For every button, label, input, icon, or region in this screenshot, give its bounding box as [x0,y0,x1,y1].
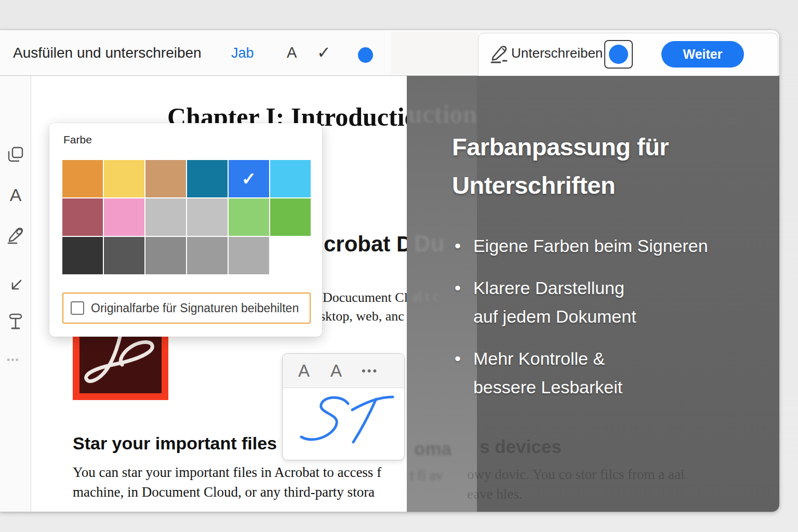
toolbar-mid-shade [391,32,478,74]
screen: Chapter I: Introduction crobat D Docucum… [0,0,798,532]
bullet-dot: • [455,344,461,402]
color-panel-title: Farbe [63,134,92,146]
color-swatch[interactable] [145,237,186,274]
star-files-body-line: machine, in Document Cloud, or any third… [73,484,375,500]
keep-original-color-label: Originalfarbe für Signaturen beibehilten [91,301,299,315]
sign-tool-button[interactable] [7,226,24,246]
bullet-text: Eigene Farben beim Signeren [473,232,708,260]
overlay-bullet: •Eigene Farben beim Signeren [455,232,756,260]
pages-tool-button[interactable] [7,146,24,166]
bullet-dot: • [455,274,461,331]
ghost-text: eave hles. [467,486,522,502]
signature-popup-toolbar: A A ••• [283,354,404,388]
sign-button-icon-wrap[interactable] [489,44,509,66]
ghost-text: owy dovic. You co stor filcs from a aai [467,467,684,483]
tutorial-overlay: uctionDual t comas devicesowy dovic. You… [407,76,779,512]
top-toolbar: Ausfüilen und unterschreiben Jab A ✓ Unt… [0,30,779,76]
font-size-large-button[interactable]: A [330,361,342,381]
overlay-heading-line: Unterschriften [452,166,669,205]
signature-popup: A A ••• [282,353,405,460]
current-color-dot [609,45,628,64]
pen-icon [489,44,509,64]
color-swatch[interactable] [270,198,311,236]
arrow-down-left-icon [7,277,24,295]
overlay-heading-line: Farbanpassung für [452,128,669,166]
font-size-small-button[interactable]: A [298,361,310,381]
overlay-heading: Farbanpassung für Unterschriften [452,128,669,205]
keep-original-color-option[interactable]: Originalfarbe für Signaturen beibehilten [62,292,311,324]
text-tool-icon: A [10,185,22,205]
star-files-heading: Star your important files [73,433,277,454]
bullet-text: Klarere Darstellungauf jedem Dokument [473,274,636,331]
text-size-button[interactable]: A [287,30,297,76]
more-tools-button[interactable]: ••• [7,355,24,375]
share-tool-button[interactable] [7,277,24,297]
color-swatch[interactable] [62,237,103,274]
ghost-text: oma [414,438,451,459]
more-options-icon[interactable]: ••• [362,364,378,378]
color-swatch[interactable] [187,160,228,197]
checkmark-tool-button[interactable]: ✓ [317,30,331,76]
color-swatch[interactable] [145,198,186,236]
signature-color-swatch-button[interactable] [604,40,633,69]
acrobat-window: Chapter I: Introduction crobat D Docucum… [0,30,779,512]
overlay-bullets: •Eigene Farben beim Signeren•Klarere Dar… [455,232,756,415]
overlay-bullet: •Klarere Darstellungauf jedem Dokument [455,274,756,331]
text-cursor-icon [7,312,24,331]
color-swatch[interactable] [229,237,269,274]
color-swatch[interactable] [187,198,228,236]
text-cursor-tool-button[interactable] [7,312,24,332]
color-swatch[interactable] [104,198,144,236]
document-subheading-fragment: crobat D [324,232,407,257]
color-swatch[interactable] [187,237,228,274]
color-swatch[interactable] [62,160,103,197]
color-swatch[interactable] [104,160,144,197]
ghost-text: uction [408,99,477,129]
color-picker-panel: Farbe ✓ Originalfarbe für Signaturen bei… [49,123,322,337]
color-swatch[interactable] [229,198,269,236]
bullet-dot: • [455,232,461,260]
weiter-button[interactable]: Weiter [661,41,744,68]
text-tool-button[interactable]: A [7,185,24,205]
color-swatch[interactable] [62,198,103,236]
signature-canvas[interactable] [283,388,404,460]
keep-original-color-checkbox[interactable] [71,301,84,315]
document-body-fragment: sktop, web, anc [320,309,404,324]
signature-strokes [290,389,399,457]
unterschreiben-button[interactable]: Unterschreiben [511,30,603,76]
ghost-text: s devices [480,436,562,457]
ghost-text: t fi av [410,468,443,484]
ghost-text: al t c [412,289,439,305]
color-swatch[interactable] [104,237,144,274]
mode-title: Ausfüilen und unterschreiben [13,30,202,76]
add-text-style-button[interactable]: Jab [231,30,254,76]
tools-sidebar: A ••• [0,76,31,512]
color-swatch[interactable] [145,160,186,197]
bullet-text: Mehr Kontrolle &bessere Lesbarkeit [473,344,622,402]
color-swatch-grid: ✓ [62,160,312,274]
more-tools-icon: ••• [7,355,20,365]
star-files-body-line: You can star your important files in Acr… [73,464,381,481]
color-swatch[interactable]: ✓ [229,160,269,197]
overlay-bullet: •Mehr Kontrolle &bessere Lesbarkeit [455,344,756,402]
pages-icon [7,146,24,164]
document-body-fragment: Docucument Cl [323,290,407,305]
color-dot-button[interactable] [358,47,373,63]
ghost-text: Du [414,231,445,257]
color-swatch[interactable] [270,160,311,197]
selected-check-icon: ✓ [229,160,269,197]
pen-icon [7,226,24,245]
